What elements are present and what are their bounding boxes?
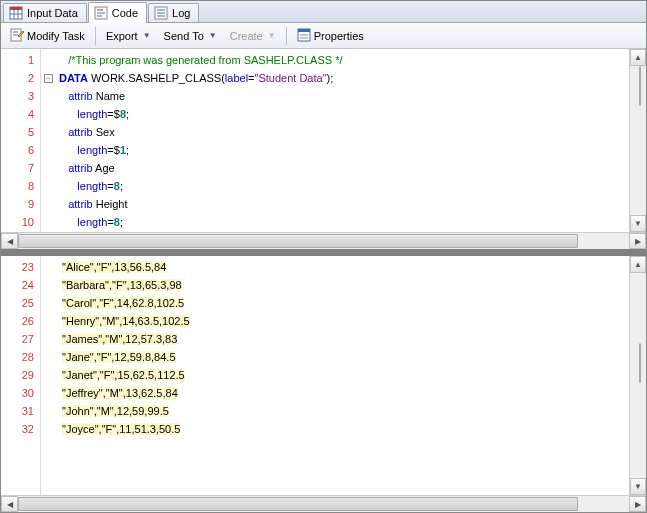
tab-bar: Input Data Code Log (1, 1, 646, 23)
code-edit-icon (10, 28, 24, 44)
properties-label: Properties (314, 30, 364, 42)
scroll-up-arrow[interactable]: ▲ (630, 256, 646, 273)
tab-label: Log (172, 7, 190, 19)
properties-icon (297, 28, 311, 44)
code-body-bottom[interactable]: "Alice","F",13,56.5,84 "Barbara","F",13,… (55, 256, 629, 495)
toolbar: Modify Task Export ▼ Send To ▼ Create ▼ … (1, 23, 646, 49)
chevron-down-icon: ▼ (209, 31, 217, 40)
line-gutter: 23242526272829303132 (1, 256, 41, 495)
vertical-scrollbar[interactable]: ▲ ▼ (629, 49, 646, 232)
code-icon (94, 6, 108, 20)
tab-code[interactable]: Code (88, 2, 147, 23)
svg-rect-17 (298, 29, 310, 32)
editor-area: 12345678910 − /*This program was generat… (1, 49, 646, 512)
fold-column[interactable] (41, 256, 55, 495)
chevron-down-icon: ▼ (268, 31, 276, 40)
send-to-label: Send To (164, 30, 204, 42)
scroll-right-arrow[interactable]: ▶ (629, 496, 646, 512)
pane-splitter[interactable] (1, 249, 646, 256)
vertical-scrollbar[interactable]: ▲ ▼ (629, 256, 646, 495)
horizontal-scrollbar[interactable]: ◀ ▶ (1, 495, 646, 512)
properties-button[interactable]: Properties (292, 25, 369, 47)
svg-rect-1 (10, 7, 22, 10)
send-to-button[interactable]: Send To ▼ (159, 27, 222, 45)
modify-task-label: Modify Task (27, 30, 85, 42)
tab-label: Code (112, 7, 138, 19)
scroll-up-arrow[interactable]: ▲ (630, 49, 646, 66)
chevron-down-icon: ▼ (143, 31, 151, 40)
scroll-down-arrow[interactable]: ▼ (630, 478, 646, 495)
log-icon (154, 6, 168, 20)
modify-task-button[interactable]: Modify Task (5, 25, 90, 47)
tab-label: Input Data (27, 7, 78, 19)
separator (95, 27, 96, 45)
scroll-right-arrow[interactable]: ▶ (629, 233, 646, 249)
tab-input-data[interactable]: Input Data (3, 3, 87, 22)
scroll-left-arrow[interactable]: ◀ (1, 233, 18, 249)
grid-icon (9, 6, 23, 20)
line-gutter: 12345678910 (1, 49, 41, 232)
separator (286, 27, 287, 45)
scroll-left-arrow[interactable]: ◀ (1, 496, 18, 512)
tab-log[interactable]: Log (148, 3, 199, 22)
horizontal-scrollbar[interactable]: ◀ ▶ (1, 232, 646, 249)
export-button[interactable]: Export ▼ (101, 27, 156, 45)
create-button: Create ▼ (225, 27, 281, 45)
fold-column[interactable]: − (41, 49, 55, 232)
code-body-top[interactable]: /*This program was generated from SASHEL… (55, 49, 629, 232)
scroll-down-arrow[interactable]: ▼ (630, 215, 646, 232)
create-label: Create (230, 30, 263, 42)
export-label: Export (106, 30, 138, 42)
